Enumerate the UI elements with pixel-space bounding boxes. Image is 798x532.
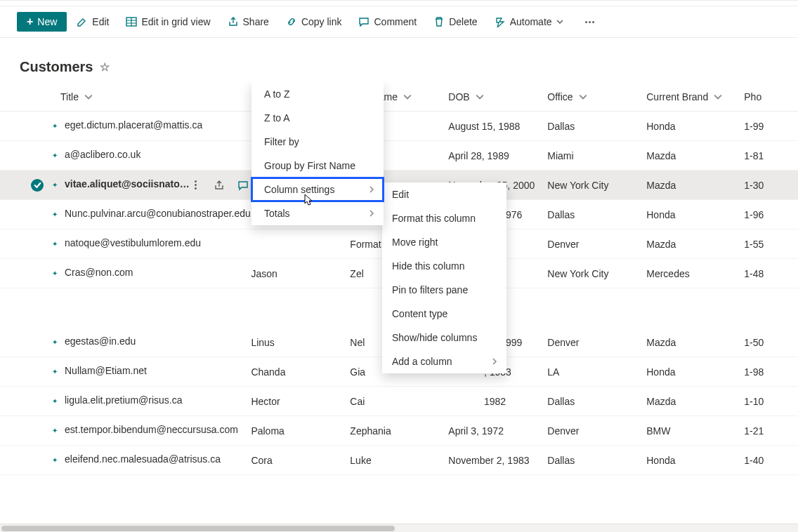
submenu-hide[interactable]: Hide this column — [382, 254, 506, 278]
cell-phone: 1-21 — [744, 425, 798, 437]
submenu-add-column-label: Add a column — [392, 356, 452, 367]
cell-title-text: Nunc.pulvinar.arcu@conubianostraper.edu — [60, 208, 251, 219]
new-item-icon: ✦ — [52, 397, 58, 405]
table-row[interactable]: ✦eget.dictum.placerat@mattis.caelleAugus… — [0, 112, 798, 141]
automate-icon — [495, 16, 506, 27]
copy-link-button[interactable]: Copy link — [279, 12, 349, 32]
menu-column-settings[interactable]: Column settings — [251, 178, 384, 201]
column-header-dob[interactable]: DOB — [448, 91, 547, 102]
menu-group-by-label: Group by First Name — [264, 160, 355, 171]
automate-button[interactable]: Automate — [488, 12, 570, 32]
cell-phone: 1-55 — [744, 239, 798, 250]
column-header-phone[interactable]: Pho — [744, 91, 798, 102]
table-row[interactable]: ✦a@aclibero.co.ukithApril 28, 1989MiamiM… — [0, 141, 798, 171]
grid-icon — [126, 16, 137, 27]
submenu-edit-label: Edit — [392, 189, 409, 200]
menu-totals[interactable]: Totals — [251, 201, 384, 225]
menu-filter-by[interactable]: Filter by — [251, 130, 384, 154]
chevron-right-icon — [368, 184, 375, 195]
submenu-edit[interactable]: Edit — [382, 182, 506, 206]
submenu-pin[interactable]: Pin to filters pane — [382, 278, 506, 302]
cell-title-text: eleifend.nec.malesuada@atrisus.ca — [60, 453, 221, 465]
cell-phone: 1-96 — [744, 209, 798, 220]
cell-title[interactable]: ✦ligula.elit.pretium@risus.ca — [52, 394, 251, 408]
new-button[interactable]: + New — [17, 12, 67, 32]
cell-first: Jason — [251, 268, 350, 279]
submenu-show-hide[interactable]: Show/hide columns — [382, 326, 506, 350]
cell-phone: 1-48 — [744, 268, 798, 279]
menu-column-settings-label: Column settings — [264, 184, 334, 195]
cell-office: Denver — [547, 425, 646, 437]
submenu-add-column[interactable]: Add a column — [382, 350, 506, 373]
cell-dob: April 3, 1972 — [448, 425, 547, 437]
favorite-star-icon[interactable]: ☆ — [100, 60, 110, 74]
selected-check-icon[interactable] — [31, 179, 44, 192]
table-row[interactable]: ✦eleifend.nec.malesuada@atrisus.caCoraLu… — [0, 446, 798, 475]
cell-title[interactable]: ✦egestas@in.edu — [52, 335, 251, 349]
ellipsis-icon — [584, 21, 595, 23]
new-item-icon: ✦ — [52, 270, 58, 277]
table-row[interactable]: ✦est.tempor.bibendum@neccursusa.comPalom… — [0, 416, 798, 446]
cell-title[interactable]: ✦Nunc.pulvinar.arcu@conubianostraper.edu — [52, 208, 251, 221]
edit-grid-label: Edit in grid view — [141, 16, 210, 27]
cell-title[interactable]: ✦eleifend.nec.malesuada@atrisus.ca — [52, 453, 251, 467]
cell-office: Miami — [547, 150, 646, 161]
page-title: Customers — [20, 59, 93, 75]
submenu-format-label: Format this column — [392, 213, 476, 224]
column-header-dob-label: DOB — [448, 91, 469, 102]
top-rule — [0, 0, 798, 6]
submenu-move-right[interactable]: Move right — [382, 230, 506, 254]
submenu-content-type-label: Content type — [392, 308, 447, 319]
cell-last: Luke — [350, 455, 448, 466]
column-header-row: Title First Name Last Name DOB Office Cu… — [0, 82, 798, 112]
cell-title[interactable]: ✦Nullam@Etiam.net — [52, 365, 251, 378]
cell-office: Dallas — [547, 209, 646, 220]
new-item-icon: ✦ — [52, 456, 58, 464]
menu-z-to-a[interactable]: Z to A — [251, 106, 384, 130]
edit-button[interactable]: Edit — [70, 12, 116, 32]
menu-totals-label: Totals — [264, 208, 290, 219]
new-item-icon: ✦ — [52, 211, 58, 218]
column-menu: A to Z Z to A Filter by Group by First N… — [251, 82, 384, 225]
cell-title-text: vitae.aliquet@sociisnato… — [60, 178, 190, 189]
cell-office: Denver — [547, 239, 646, 250]
edit-grid-button[interactable]: Edit in grid view — [119, 12, 217, 32]
menu-group-by[interactable]: Group by First Name — [251, 154, 384, 178]
command-bar: + New Edit Edit in grid view Share Copy … — [0, 6, 798, 38]
comment-button[interactable]: Comment — [351, 12, 424, 32]
submenu-move-right-label: Move right — [392, 237, 438, 248]
cell-phone: 1-81 — [744, 150, 798, 161]
cell-title[interactable]: ✦Cras@non.com — [52, 267, 251, 280]
more-button[interactable] — [577, 17, 602, 27]
cell-brand: Mazda — [646, 337, 744, 348]
cell-phone: 1-10 — [744, 396, 798, 407]
cell-last: Zephania — [350, 425, 448, 437]
share-label: Share — [243, 16, 269, 27]
chevron-down-icon — [403, 93, 412, 101]
chevron-down-icon — [556, 18, 563, 25]
cell-phone: 1-50 — [744, 337, 798, 348]
chevron-down-icon — [579, 93, 587, 101]
column-header-title[interactable]: Title — [52, 91, 251, 102]
column-header-current-brand[interactable]: Current Brand — [646, 91, 744, 102]
submenu-format[interactable]: Format this column — [382, 206, 506, 230]
cell-first: Chanda — [251, 366, 350, 378]
share-button[interactable]: Share — [221, 12, 276, 32]
submenu-content-type[interactable]: Content type — [382, 302, 506, 326]
column-header-office[interactable]: Office — [547, 91, 646, 102]
cell-title[interactable]: ✦vitae.aliquet@sociisnato… — [52, 178, 251, 192]
table-row[interactable]: ✦ligula.elit.pretium@risus.caHectorCai 1… — [0, 387, 798, 416]
cell-title[interactable]: ✦a@aclibero.co.uk — [52, 149, 251, 162]
cell-title[interactable]: ✦eget.dictum.placerat@mattis.ca — [52, 119, 251, 133]
cell-first: Hector — [251, 396, 350, 407]
chevron-down-icon — [476, 93, 484, 101]
cell-title[interactable]: ✦est.tempor.bibendum@neccursusa.com — [52, 424, 251, 437]
new-item-icon: ✦ — [52, 181, 58, 189]
cell-title-text: ligula.elit.pretium@risus.ca — [60, 394, 183, 406]
menu-a-to-z[interactable]: A to Z — [251, 82, 384, 106]
delete-button[interactable]: Delete — [426, 12, 484, 32]
cell-title[interactable]: ✦natoque@vestibulumlorem.edu — [52, 237, 251, 251]
edit-label: Edit — [92, 16, 109, 27]
cell-title-text: a@aclibero.co.uk — [60, 149, 140, 160]
cell-last: Cai — [350, 396, 448, 407]
